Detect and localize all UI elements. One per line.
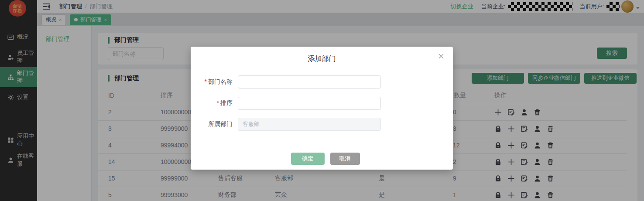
field-label: *排序 [191,99,233,107]
parent-department-input [238,118,381,131]
form-row: *部门名称 [191,75,453,89]
form-row: *排序 [191,97,453,110]
close-icon[interactable] [438,53,444,59]
required-asterisk: * [217,99,219,106]
field-label: *部门名称 [191,78,233,86]
modal-form: *部门名称*排序所属部门 [191,75,453,131]
modal-footer: 确定 取消 [194,153,456,165]
sort-input[interactable] [238,97,381,110]
add-department-modal: 添加部门 *部门名称*排序所属部门 确定 取消 [191,47,453,170]
field-label: 所属部门 [191,120,233,128]
department-name-input[interactable] [238,75,381,89]
modal-title: 添加部门 [191,55,453,64]
form-row: 所属部门 [191,118,453,131]
cancel-button[interactable]: 取消 [330,153,360,165]
department-management-page: 会话 存档 概况员工管理部门管理设置应用中心在线客服 部门管理 / 部门管理 切… [0,0,644,201]
confirm-button[interactable]: 确定 [291,153,325,165]
required-asterisk: * [205,78,207,85]
